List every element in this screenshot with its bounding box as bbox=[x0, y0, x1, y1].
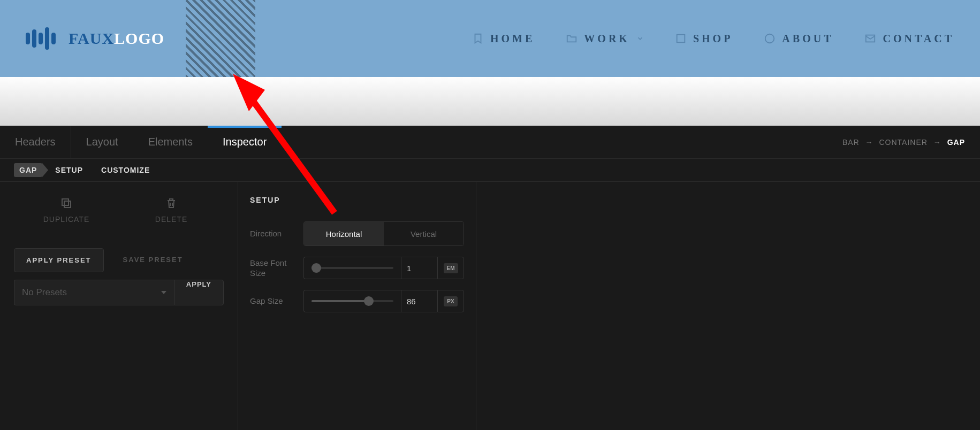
tab-headers[interactable]: Headers bbox=[0, 126, 71, 158]
breadcrumb: BAR → CONTAINER → GAP bbox=[842, 138, 965, 147]
font-size-slider[interactable] bbox=[303, 257, 401, 279]
breadcrumb-arrow-icon: → bbox=[865, 138, 873, 147]
panel-tabbar: Headers Layout Elements Inspector BAR → … bbox=[0, 126, 980, 159]
svg-point-1 bbox=[765, 34, 774, 43]
font-size-unit-button[interactable]: EM bbox=[437, 257, 464, 279]
caret-down-icon bbox=[161, 291, 166, 294]
delete-label: DELETE bbox=[155, 215, 187, 224]
logo-prefix: FAUX bbox=[69, 29, 114, 47]
gap-element-highlight[interactable] bbox=[186, 0, 255, 77]
breadcrumb-gap[interactable]: GAP bbox=[947, 138, 965, 147]
breadcrumb-arrow-icon: → bbox=[933, 138, 941, 147]
gap-size-unit-button[interactable]: PX bbox=[437, 290, 464, 312]
svg-marker-4 bbox=[233, 74, 265, 111]
nav-home[interactable]: HOME bbox=[472, 33, 535, 45]
trash-icon bbox=[165, 197, 178, 210]
gap-size-unit: PX bbox=[444, 296, 457, 306]
inspector-panel: Headers Layout Elements Inspector BAR → … bbox=[0, 126, 980, 430]
duplicate-label: DUPLICATE bbox=[43, 215, 90, 224]
inspector-columns: DUPLICATE DELETE APPLY PRESET SAVE PRESE… bbox=[0, 182, 980, 430]
tab-layout[interactable]: Layout bbox=[71, 126, 133, 158]
font-size-row: Base Font Size EM bbox=[250, 257, 464, 279]
subtab-gap[interactable]: GAP bbox=[14, 163, 42, 177]
nav-label: SHOP bbox=[693, 33, 733, 45]
bookmark-icon bbox=[472, 33, 484, 44]
preview-area: FAUXLOGO HOME WORK SHOP ABOUT bbox=[0, 0, 980, 126]
subtab-setup[interactable]: SETUP bbox=[50, 163, 88, 177]
direction-label: Direction bbox=[250, 228, 303, 239]
action-row: DUPLICATE DELETE bbox=[14, 194, 224, 227]
tab-inspector[interactable]: Inspector bbox=[208, 126, 282, 158]
save-preset-button: SAVE PRESET bbox=[111, 248, 195, 272]
subtab-customize[interactable]: CUSTOMIZE bbox=[96, 163, 155, 177]
breadcrumb-container[interactable]: CONTAINER bbox=[879, 138, 927, 147]
inspector-subtabs: GAP SETUP CUSTOMIZE bbox=[0, 159, 980, 182]
inspector-setup-col: SETUP Direction Horizontal Vertical Base… bbox=[238, 182, 476, 430]
preset-select-row: No Presets APPLY bbox=[14, 280, 224, 305]
circle-icon bbox=[764, 33, 776, 44]
tab-elements[interactable]: Elements bbox=[133, 126, 208, 158]
font-size-label: Base Font Size bbox=[250, 258, 303, 279]
preset-select-value: No Presets bbox=[22, 287, 67, 298]
gap-size-slider[interactable] bbox=[303, 290, 401, 312]
nav-label: HOME bbox=[490, 33, 535, 45]
font-size-input[interactable] bbox=[401, 257, 437, 279]
duplicate-button[interactable]: DUPLICATE bbox=[14, 194, 119, 227]
preset-select[interactable]: No Presets bbox=[14, 280, 174, 305]
delete-button[interactable]: DELETE bbox=[119, 194, 224, 227]
svg-rect-6 bbox=[62, 199, 69, 205]
preview-nav: HOME WORK SHOP ABOUT CONTACT bbox=[472, 33, 954, 45]
direction-horizontal[interactable]: Horizontal bbox=[304, 222, 384, 245]
direction-segmented: Horizontal Vertical bbox=[303, 221, 464, 246]
breadcrumb-bar[interactable]: BAR bbox=[842, 138, 860, 147]
envelope-icon bbox=[864, 33, 876, 44]
preview-header-bar: FAUXLOGO HOME WORK SHOP ABOUT bbox=[0, 0, 980, 77]
preset-buttons: APPLY PRESET SAVE PRESET bbox=[14, 248, 224, 272]
inspector-actions-col: DUPLICATE DELETE APPLY PRESET SAVE PRESE… bbox=[0, 182, 238, 430]
direction-vertical[interactable]: Vertical bbox=[384, 222, 464, 245]
site-logo[interactable]: FAUXLOGO bbox=[26, 27, 164, 50]
square-icon bbox=[675, 33, 687, 44]
nav-label: CONTACT bbox=[883, 33, 954, 45]
inspector-empty-col bbox=[476, 182, 980, 430]
gap-size-label: Gap Size bbox=[250, 296, 303, 306]
duplicate-icon bbox=[60, 197, 73, 210]
nav-about[interactable]: ABOUT bbox=[764, 33, 833, 45]
logo-suffix: LOGO bbox=[114, 29, 164, 47]
setup-title: SETUP bbox=[250, 196, 464, 204]
logo-mark-icon bbox=[26, 27, 56, 50]
nav-shop[interactable]: SHOP bbox=[675, 33, 733, 45]
nav-work[interactable]: WORK bbox=[566, 33, 644, 45]
logo-text: FAUXLOGO bbox=[69, 29, 164, 48]
chevron-down-icon bbox=[636, 35, 644, 42]
nav-label: ABOUT bbox=[782, 33, 833, 45]
svg-rect-0 bbox=[677, 35, 685, 43]
apply-preset-button[interactable]: APPLY PRESET bbox=[14, 248, 104, 272]
font-size-unit: EM bbox=[444, 263, 458, 273]
nav-contact[interactable]: CONTACT bbox=[864, 33, 954, 45]
folder-icon bbox=[566, 33, 578, 44]
svg-rect-5 bbox=[64, 201, 71, 208]
gap-size-row: Gap Size PX bbox=[250, 290, 464, 312]
gap-size-input[interactable] bbox=[401, 290, 437, 312]
direction-row: Direction Horizontal Vertical bbox=[250, 221, 464, 246]
nav-label: WORK bbox=[584, 33, 630, 45]
apply-button[interactable]: APPLY bbox=[174, 280, 224, 305]
